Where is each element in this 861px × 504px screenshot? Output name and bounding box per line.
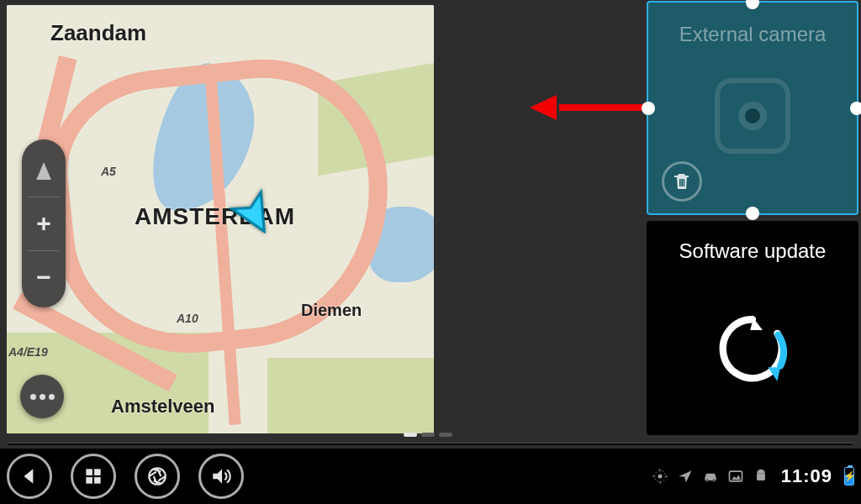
- map-zoom-pill: ▲ + −: [22, 139, 66, 307]
- battery-charging-icon: ⚡: [844, 467, 854, 486]
- status-tray: 11:09 ⚡: [652, 465, 854, 487]
- picture-icon: [727, 468, 744, 485]
- map-label-amstelveen: Amstelveen: [111, 396, 215, 417]
- road-label-a4e19: A4/E19: [8, 345, 48, 359]
- car-icon: [702, 468, 719, 485]
- road-label-a10: A10: [177, 312, 198, 325]
- speaker-icon: [210, 465, 232, 487]
- android-icon: [753, 468, 769, 485]
- map-pane[interactable]: Zaandam AMSTERDAM Diemen Amstelveen A5 A…: [7, 5, 434, 433]
- nav-camera-button[interactable]: [135, 454, 180, 499]
- map-label-diemen: Diemen: [301, 301, 362, 320]
- clock: 11:09: [781, 465, 832, 487]
- update-spinner-icon: [714, 310, 791, 387]
- resize-handle-n[interactable]: [746, 0, 759, 9]
- camera-icon: [715, 78, 790, 154]
- widget-title: External camera: [648, 23, 857, 46]
- svg-rect-9: [86, 477, 92, 484]
- location-icon: [677, 468, 694, 485]
- svg-rect-3: [684, 179, 685, 186]
- svg-marker-19: [679, 470, 691, 482]
- nav-apps-button[interactable]: [71, 454, 116, 499]
- svg-rect-7: [86, 469, 92, 475]
- delete-widget-button[interactable]: [662, 161, 702, 202]
- svg-rect-2: [681, 179, 683, 186]
- svg-rect-1: [679, 179, 681, 186]
- svg-rect-8: [94, 469, 101, 475]
- divider: [8, 443, 853, 445]
- svg-point-13: [658, 475, 662, 479]
- svg-marker-23: [732, 475, 741, 480]
- widget-title: Software update: [647, 239, 858, 263]
- widget-software-update[interactable]: Software update: [647, 221, 858, 435]
- back-icon: [18, 465, 40, 487]
- svg-rect-10: [94, 477, 101, 484]
- aperture-icon: [146, 465, 168, 487]
- resize-handle-s[interactable]: [746, 207, 759, 220]
- svg-rect-24: [757, 474, 765, 480]
- page-indicator: [404, 433, 452, 437]
- drag-instruction-arrow: [530, 101, 647, 114]
- zoom-in-button[interactable]: +: [22, 202, 66, 245]
- svg-point-21: [712, 479, 715, 481]
- map-more-button[interactable]: [20, 375, 64, 418]
- map-label-zaandam: Zaandam: [50, 20, 146, 46]
- compass-button[interactable]: ▲: [22, 148, 66, 192]
- road-label-a5: A5: [101, 165, 116, 178]
- nav-volume-button[interactable]: [198, 454, 244, 499]
- resize-handle-w[interactable]: [642, 102, 655, 115]
- svg-marker-6: [24, 469, 34, 483]
- widget-external-camera[interactable]: External camera: [647, 1, 858, 215]
- svg-point-20: [705, 479, 708, 481]
- nav-back-button[interactable]: [7, 454, 52, 499]
- gps-icon: [652, 468, 668, 485]
- svg-marker-12: [213, 469, 222, 483]
- map-greenland: [267, 358, 434, 433]
- trash-icon: [672, 171, 692, 192]
- system-navbar: 11:09 ⚡: [0, 449, 861, 504]
- resize-handle-e[interactable]: [850, 102, 861, 115]
- zoom-out-button[interactable]: −: [22, 255, 66, 299]
- apps-grid-icon: [82, 465, 104, 487]
